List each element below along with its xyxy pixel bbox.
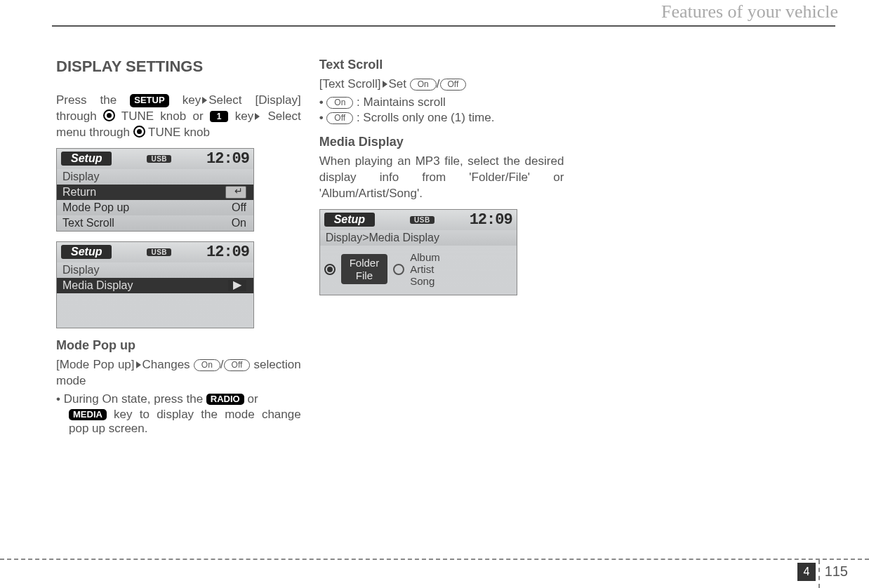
lcd-row-text-scroll: Text Scroll On <box>57 215 253 231</box>
text: : Scrolls only one (1) time. <box>353 111 494 124</box>
lcd-setup-tab: Setup <box>61 152 112 166</box>
arrow-right-icon <box>202 97 207 104</box>
text: or <box>244 392 258 406</box>
lcd-setup-tab: Setup <box>324 213 375 227</box>
list-item: MEDIA key to display the mode change pop… <box>56 408 301 436</box>
return-icon <box>225 186 246 199</box>
text: key <box>228 109 253 123</box>
text-scroll-heading: Text Scroll <box>319 58 564 72</box>
lcd-breadcrumb: Display <box>57 262 253 278</box>
lcd-breadcrumb: Display <box>57 169 253 185</box>
mode-popup-heading: Mode Pop up <box>56 338 301 353</box>
on-pill: On <box>326 97 353 109</box>
intro-paragraph: Press the SETUP keySelect [Display] thro… <box>56 93 301 141</box>
arrow-right-icon <box>383 81 387 88</box>
lcd-screenshot-2: Setup USB 12:09 Display Media Display ▶ <box>56 241 301 328</box>
text-scroll-bullets: On : Maintains scroll Off : Scrolls only… <box>319 95 564 125</box>
choice-folder-file: Folder File <box>341 254 388 284</box>
radio-unselected-icon <box>393 264 404 275</box>
lcd-row-label: Mode Pop up <box>62 201 129 214</box>
off-pill: Off <box>326 112 353 124</box>
text: Changes <box>142 358 194 371</box>
usb-icon: USB <box>147 155 171 163</box>
lcd-row-media-display: Media Display ▶ <box>57 278 253 293</box>
off-pill: Off <box>224 359 251 371</box>
text: File <box>356 269 373 281</box>
text: Album <box>410 251 440 263</box>
mode-popup-line1: [Mode Pop up]Changes On/Off selection mo… <box>56 357 301 389</box>
text: [Mode Pop up] <box>56 358 135 371</box>
choice-album-artist-song: Album Artist Song <box>410 251 440 288</box>
text: TUNE knob or <box>115 109 210 123</box>
arrow-right-icon <box>255 113 260 120</box>
text: TUNE knob <box>145 126 210 139</box>
lcd-clock: 12:09 <box>470 211 512 229</box>
display-settings-heading: DISPLAY SETTINGS <box>56 58 301 76</box>
lcd-setup-tab: Setup <box>61 245 112 259</box>
column-right <box>582 55 827 437</box>
manual-page: Features of your vehicle DISPLAY SETTING… <box>0 0 869 588</box>
tune-knob-icon <box>133 126 145 138</box>
list-item: Off : Scrolls only one (1) time. <box>319 111 564 125</box>
usb-icon: USB <box>147 248 171 256</box>
on-pill: On <box>410 79 437 91</box>
setup-key-badge: SETUP <box>130 94 168 107</box>
lcd-row-value: Off <box>232 201 246 214</box>
header-rule <box>52 25 835 27</box>
lcd-screenshot-3: Setup USB 12:09 Display>Media Display Fo… <box>319 209 564 295</box>
text: During On state, press the <box>64 392 206 406</box>
one-key-badge: 1 <box>210 111 229 122</box>
media-display-para: When playing an MP3 file, select the des… <box>319 154 564 202</box>
radio-key-badge: RADIO <box>206 394 244 405</box>
on-pill: On <box>194 359 220 371</box>
content-columns: DISPLAY SETTINGS Press the SETUP keySele… <box>56 55 827 437</box>
text: Song <box>410 275 434 287</box>
arrow-right-icon: ▶ <box>228 280 246 291</box>
text: [Text Scroll] <box>319 77 381 91</box>
text: through <box>56 109 103 123</box>
text: Set <box>389 77 410 91</box>
text: Folder <box>350 257 380 269</box>
footer-dash-rule <box>0 559 869 560</box>
media-key-badge: MEDIA <box>69 409 107 420</box>
text: Artist <box>410 263 434 275</box>
lcd-row-label: Text Scroll <box>62 217 114 229</box>
chapter-tab: 4 <box>797 563 816 581</box>
lcd-clock: 12:09 <box>206 150 249 168</box>
tune-knob-icon <box>103 109 115 121</box>
lcd-clock: 12:09 <box>206 243 249 261</box>
lcd-row-return: Return <box>57 185 253 200</box>
lcd-row-value: On <box>232 217 246 229</box>
column-left: DISPLAY SETTINGS Press the SETUP keySele… <box>56 55 301 437</box>
column-middle: Text Scroll [Text Scroll]Set On/Off On :… <box>319 55 564 437</box>
radio-selected-icon <box>324 264 336 275</box>
page-number: 115 <box>825 563 848 580</box>
lcd-media-choice-row: Folder File Album Artist Song <box>320 246 517 295</box>
media-display-heading: Media Display <box>319 135 564 149</box>
text: Select [Display] <box>208 93 301 107</box>
mode-popup-bullets: During On state, press the RADIO or MEDI… <box>56 392 301 436</box>
section-header: Features of your vehicle <box>661 1 838 22</box>
footer-dash-separator <box>818 560 820 588</box>
lcd-row-mode-popup: Mode Pop up Off <box>57 200 253 215</box>
lcd-breadcrumb: Display>Media Display <box>320 230 517 246</box>
lcd-row-label: Return <box>62 186 96 199</box>
text-scroll-line1: [Text Scroll]Set On/Off <box>319 76 564 93</box>
list-item: During On state, press the RADIO or <box>56 392 301 406</box>
text: : Maintains scroll <box>353 95 445 109</box>
lcd-screenshot-1: Setup USB 12:09 Display Return Mode Pop … <box>56 148 301 232</box>
lcd-row-label: Media Display <box>62 279 133 292</box>
text: key <box>169 93 201 107</box>
off-pill: Off <box>440 79 467 91</box>
arrow-right-icon <box>136 361 141 368</box>
list-item: On : Maintains scroll <box>319 95 564 109</box>
text: Press the <box>56 93 130 107</box>
usb-icon: USB <box>410 216 434 224</box>
